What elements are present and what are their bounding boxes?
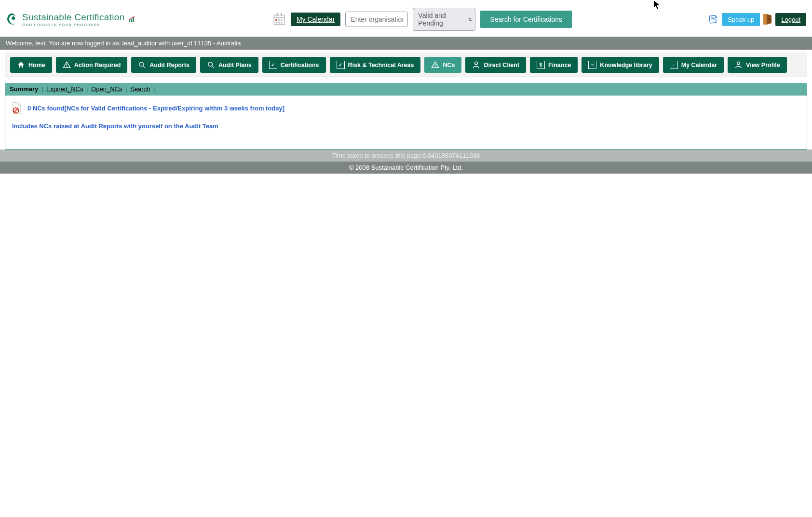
person-icon — [472, 61, 480, 69]
svg-rect-18 — [763, 14, 767, 25]
nav-action-required-label: Action Required — [74, 62, 121, 68]
tab-summary[interactable]: Summary — [10, 85, 38, 93]
welcome-bar: Welcome, test. You are now logged in as:… — [0, 37, 812, 50]
nav-direct-client[interactable]: Direct Client — [465, 57, 526, 73]
tab-separator: | — [41, 85, 43, 93]
tab-separator: | — [86, 85, 88, 93]
download-box-icon: ↓ — [670, 61, 678, 69]
svg-rect-8 — [275, 19, 277, 21]
copyright-bar: © 2008 Sustainable Certification Pty. Lt… — [0, 162, 812, 174]
nav-risk-technical[interactable]: ✓ Risk & Technical Areas — [330, 57, 421, 73]
warning-icon — [63, 61, 71, 69]
nav-risk-technical-label: Risk & Technical Areas — [348, 62, 414, 68]
nav-home[interactable]: Home — [10, 57, 52, 73]
nav-finance[interactable]: $ Finance — [530, 57, 578, 73]
nav-ncs-label: NCs — [443, 62, 455, 68]
search-certifications-button[interactable]: Search for Certifications — [480, 11, 571, 28]
nav-audit-plans[interactable]: Audit Plans — [200, 57, 258, 73]
nav-view-profile-label: View Profile — [746, 62, 780, 68]
svg-rect-7 — [281, 13, 282, 15]
main-nav: Home Action Required Audit Reports Audit… — [5, 53, 807, 77]
logo-title: Sustainable Certification — [22, 12, 124, 23]
svg-line-23 — [143, 66, 145, 68]
nav-knowledge-label: Knowledge library — [600, 62, 652, 68]
person-icon — [734, 61, 743, 69]
tab-search[interactable]: Search — [130, 85, 150, 93]
logo-bars-icon — [129, 16, 135, 22]
nav-audit-reports-label: Audit Reports — [149, 62, 189, 68]
ncs-content-panel: 0 NCs found[NCs for Valid Certifications… — [5, 95, 807, 150]
nav-my-calendar[interactable]: ↓ My Calendar — [663, 57, 724, 73]
nav-audit-reports[interactable]: Audit Reports — [131, 57, 196, 73]
svg-line-17 — [711, 20, 715, 20]
svg-rect-9 — [278, 19, 280, 21]
organisation-search-input[interactable] — [345, 12, 408, 27]
nav-my-calendar-label: My Calendar — [681, 62, 717, 68]
logout-button[interactable]: Logout — [775, 13, 806, 26]
svg-line-15 — [711, 17, 715, 17]
nav-home-label: Home — [28, 62, 45, 68]
no-entry-doc-icon — [12, 102, 22, 114]
ncs-found-text: 0 NCs found[NCs for Valid Certifications… — [27, 105, 284, 112]
my-calendar-top-button[interactable]: My Calendar — [291, 13, 340, 26]
logo-tagline: OUR FOCUS IS YOUR PROGRESS — [22, 23, 124, 27]
tab-separator: | — [153, 85, 155, 93]
logout-door-icon — [763, 14, 772, 25]
svg-point-0 — [12, 16, 15, 20]
includes-note: Includes NCs raised at Audit Reports wit… — [12, 122, 800, 130]
check-box-icon: ✓ — [269, 61, 277, 69]
nav-certifications-label: Certifications — [281, 62, 319, 68]
nav-audit-plans-label: Audit Plans — [218, 62, 252, 68]
nav-ncs[interactable]: NCs — [424, 57, 461, 73]
status-filter-select[interactable]: Valid and Pending — [413, 8, 475, 31]
speak-up-icon — [708, 14, 719, 25]
calendar-icon — [272, 13, 286, 26]
svg-line-16 — [711, 18, 715, 19]
svg-rect-11 — [275, 22, 277, 23]
tab-expired-ncs[interactable]: Expired_NCs — [46, 85, 83, 93]
svg-point-19 — [769, 19, 770, 20]
status-filter-selected: Valid and Pending — [418, 12, 446, 27]
top-header: Sustainable Certification OUR FOCUS IS Y… — [0, 0, 812, 37]
svg-point-29 — [737, 62, 740, 65]
nav-view-profile[interactable]: View Profile — [728, 57, 787, 73]
svg-rect-14 — [709, 15, 716, 23]
nav-certifications[interactable]: ✓ Certifications — [262, 57, 326, 73]
svg-line-25 — [212, 66, 214, 68]
doc-box-icon: ≡ — [588, 61, 596, 69]
logo[interactable]: Sustainable Certification OUR FOCUS IS Y… — [6, 12, 135, 27]
tab-open-ncs[interactable]: Open_NCs — [91, 85, 122, 93]
nav-direct-client-label: Direct Client — [484, 62, 519, 68]
ncs-tab-strip: Summary | Expired_NCs | Open_NCs | Searc… — [5, 83, 807, 95]
check-box-icon: ✓ — [337, 61, 345, 69]
svg-rect-6 — [277, 13, 278, 15]
svg-rect-13 — [281, 22, 282, 23]
magnifier-icon — [207, 61, 215, 69]
svg-point-27 — [435, 66, 436, 67]
time-taken-bar: Time taken to process this page:0.040188… — [0, 150, 812, 162]
svg-rect-2 — [131, 19, 132, 22]
svg-point-28 — [475, 62, 478, 65]
dollar-box-icon: $ — [537, 61, 545, 69]
nav-knowledge-library[interactable]: ≡ Knowledge library — [582, 57, 659, 73]
svg-point-21 — [66, 66, 67, 67]
warning-icon — [431, 61, 439, 69]
logo-swirl-icon — [6, 13, 19, 26]
speak-up-button[interactable]: Speak up — [722, 13, 760, 26]
svg-rect-1 — [129, 20, 130, 22]
svg-rect-10 — [281, 19, 282, 21]
nav-finance-label: Finance — [548, 62, 571, 68]
magnifier-icon — [138, 61, 146, 69]
tab-separator: | — [125, 85, 127, 93]
home-icon — [17, 61, 25, 69]
nav-action-required[interactable]: Action Required — [56, 57, 128, 73]
svg-rect-12 — [278, 22, 280, 23]
